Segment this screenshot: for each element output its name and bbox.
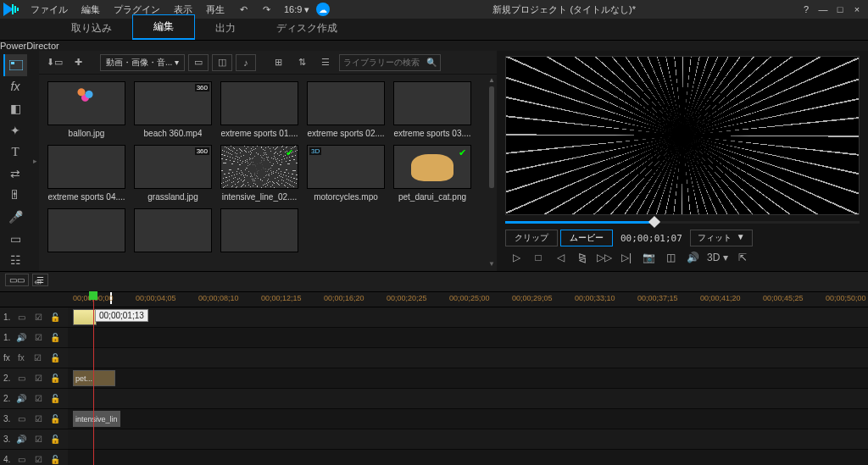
track-lane[interactable] bbox=[68, 307, 868, 327]
grid-view-icon[interactable]: ⊞ bbox=[268, 54, 288, 71]
track-visible-toggle[interactable]: ☑ bbox=[32, 353, 44, 363]
seek-handle-icon[interactable] bbox=[648, 215, 659, 227]
library-item[interactable]: extreme sports 03.... bbox=[393, 81, 471, 138]
playhead-icon[interactable] bbox=[89, 291, 97, 300]
filter-audio-icon[interactable]: ♪ bbox=[236, 54, 256, 71]
timeline-clip[interactable]: intensive_lin bbox=[73, 411, 120, 427]
track-lane[interactable] bbox=[68, 389, 868, 408]
list-view-icon[interactable]: ☰ bbox=[315, 54, 336, 71]
tab-disc[interactable]: ディスク作成 bbox=[256, 17, 358, 40]
minimize-button[interactable]: — bbox=[815, 4, 831, 14]
voiceover-room-icon[interactable]: 🎤 bbox=[3, 206, 27, 228]
library-item[interactable]: 360beach 360.mp4 bbox=[134, 81, 212, 138]
close-button[interactable]: × bbox=[849, 4, 865, 14]
track-lane[interactable] bbox=[68, 328, 868, 347]
track-visible-toggle[interactable]: ☑ bbox=[32, 333, 44, 342]
track-lock-toggle[interactable]: 🔓 bbox=[49, 455, 61, 464]
volume-icon[interactable]: 🔊 bbox=[685, 250, 700, 265]
help-button[interactable]: ? bbox=[798, 4, 814, 14]
subtitle-room-icon[interactable]: ☷ bbox=[3, 249, 27, 271]
library-item[interactable]: 3Dmotorcycles.mpo bbox=[307, 145, 385, 202]
tab-produce[interactable]: 出力 bbox=[195, 17, 256, 40]
library-item[interactable] bbox=[220, 208, 298, 256]
timeline-view-list-icon[interactable]: ☰ bbox=[32, 274, 48, 286]
snapshot-icon[interactable]: 📷 bbox=[641, 250, 656, 265]
library-item[interactable] bbox=[134, 208, 212, 256]
track-lane[interactable] bbox=[68, 348, 868, 368]
maximize-button[interactable]: □ bbox=[832, 4, 848, 14]
audio-mix-room-icon[interactable]: 🎚 bbox=[3, 185, 27, 207]
menu-file[interactable]: ファイル bbox=[24, 2, 75, 18]
track-lock-toggle[interactable]: 🔓 bbox=[49, 313, 61, 322]
stop-button-icon[interactable]: □ bbox=[531, 250, 546, 265]
timeline-clip[interactable]: pet... bbox=[73, 370, 115, 386]
aspect-ratio-dropdown[interactable]: 16:9 ▾ bbox=[279, 3, 314, 17]
transition-room-icon[interactable]: ⇄ bbox=[3, 163, 27, 185]
import-media-icon[interactable]: ⬇▭ bbox=[44, 54, 64, 71]
next-frame-icon[interactable]: ▷| bbox=[619, 250, 634, 265]
menu-edit[interactable]: 編集 bbox=[75, 2, 107, 18]
library-item[interactable] bbox=[47, 208, 125, 256]
sidebar-expand-button[interactable]: ▸ bbox=[31, 51, 39, 271]
library-item[interactable]: ✔pet_darui_cat.png bbox=[393, 145, 471, 202]
fast-forward-icon[interactable]: ▷▷ bbox=[597, 250, 612, 265]
next-unit-icon[interactable]: ⧎ bbox=[575, 250, 590, 265]
timeline-ruler[interactable]: 00;00;01;13 00;00;00;0000;00;04;0500;00;… bbox=[0, 292, 868, 307]
track-lock-toggle[interactable]: 🔓 bbox=[49, 414, 61, 423]
library-item[interactable]: extreme sports 01.... bbox=[220, 81, 298, 138]
menu-play[interactable]: 再生 bbox=[199, 2, 231, 18]
track-visible-toggle[interactable]: ☑ bbox=[32, 394, 44, 403]
track-lane[interactable] bbox=[68, 450, 868, 465]
track-visible-toggle[interactable]: ☑ bbox=[32, 455, 44, 464]
svg-rect-2 bbox=[14, 6, 16, 13]
preview-mode-clip[interactable]: クリップ bbox=[505, 230, 558, 246]
zoom-fit-dropdown[interactable]: フィット▼ bbox=[690, 230, 753, 246]
library-scrollbar[interactable]: ▲ ▼ bbox=[488, 76, 495, 268]
playhead-line[interactable] bbox=[93, 292, 94, 465]
track-visible-toggle[interactable]: ☑ bbox=[32, 313, 44, 322]
tab-capture[interactable]: 取り込み bbox=[51, 17, 132, 40]
particle-room-icon[interactable]: ✦ bbox=[3, 119, 27, 141]
redo-button[interactable]: ↷ bbox=[256, 3, 277, 17]
library-search-input[interactable]: ライブラリーの検索🔍 bbox=[339, 54, 441, 71]
track-lock-toggle[interactable]: 🔓 bbox=[49, 333, 61, 342]
title-room-icon[interactable]: T bbox=[3, 141, 27, 163]
cloud-icon[interactable]: ☁ bbox=[316, 3, 330, 16]
timecode-display[interactable]: 00;00;01;07 bbox=[620, 233, 682, 244]
sort-icon[interactable]: ⇅ bbox=[292, 54, 312, 71]
track-visible-toggle[interactable]: ☑ bbox=[32, 374, 44, 383]
preview-screen[interactable] bbox=[505, 56, 860, 215]
track-lane[interactable] bbox=[68, 429, 868, 449]
library-item[interactable]: 360grassland.jpg bbox=[134, 145, 212, 202]
chapter-room-icon[interactable]: ▭ bbox=[3, 228, 27, 250]
3d-dropdown[interactable]: 3D ▾ bbox=[707, 250, 728, 265]
track-lock-toggle[interactable]: 🔓 bbox=[49, 394, 61, 403]
puzzle-icon[interactable]: ✚ bbox=[68, 54, 88, 71]
library-item[interactable]: ✔intensive_line_02.... bbox=[220, 145, 298, 202]
undo-button[interactable]: ↶ bbox=[233, 3, 254, 17]
filter-image-icon[interactable]: ◫ bbox=[212, 54, 232, 71]
track-visible-toggle[interactable]: ☑ bbox=[32, 414, 44, 423]
seek-bar[interactable] bbox=[505, 215, 860, 229]
pip-room-icon[interactable]: ◧ bbox=[3, 97, 27, 119]
media-filter-dropdown[interactable]: 動画・画像・音...▾ bbox=[100, 54, 185, 71]
loop-icon[interactable]: ◫ bbox=[663, 250, 678, 265]
library-item[interactable]: extreme sports 04.... bbox=[47, 145, 125, 202]
timeline-view-film-icon[interactable]: ▭▭ bbox=[5, 274, 29, 286]
tab-edit[interactable]: 編集 bbox=[132, 14, 195, 40]
track-visible-toggle[interactable]: ☑ bbox=[32, 435, 44, 444]
play-button-icon[interactable]: ▷ bbox=[509, 250, 524, 265]
filter-video-icon[interactable]: ▭ bbox=[188, 54, 209, 71]
track-lock-toggle[interactable]: 🔓 bbox=[49, 374, 61, 383]
track-lane[interactable]: pet... bbox=[68, 368, 868, 388]
undock-icon[interactable]: ⇱ bbox=[735, 250, 750, 265]
track-lock-toggle[interactable]: 🔓 bbox=[49, 353, 61, 363]
preview-mode-movie[interactable]: ムービー bbox=[560, 230, 613, 246]
fx-room-icon[interactable]: fx bbox=[3, 76, 27, 98]
library-item[interactable]: ballon.jpg bbox=[47, 81, 125, 138]
library-item[interactable]: extreme sports 02.... bbox=[307, 81, 385, 138]
track-lock-toggle[interactable]: 🔓 bbox=[49, 435, 61, 444]
media-room-icon[interactable] bbox=[3, 54, 27, 76]
prev-frame-icon[interactable]: ◁ bbox=[553, 250, 568, 265]
track-lane[interactable]: intensive_lin bbox=[68, 409, 868, 429]
